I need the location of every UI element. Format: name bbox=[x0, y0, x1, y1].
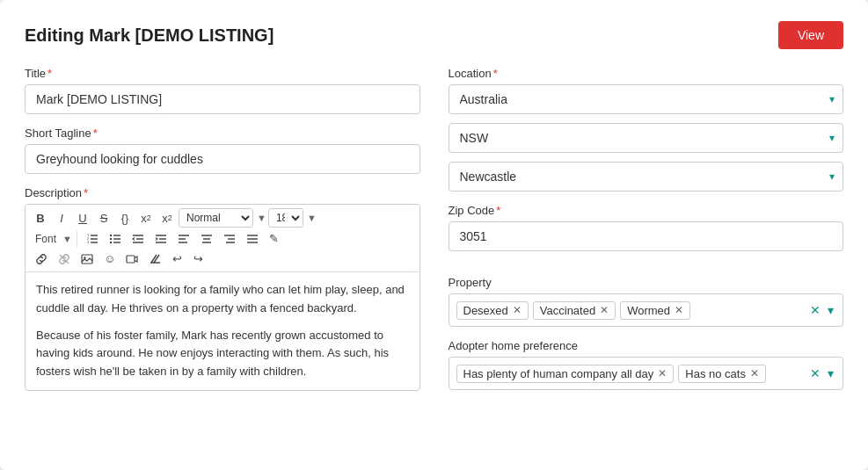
emoji-button[interactable]: ☺ bbox=[99, 249, 120, 268]
editor-toolbar: B I U S {} x2 x2 Normal Heading 1 Headin… bbox=[26, 205, 419, 272]
location-field: Location* Australia New Zealand ▾ NSW VI… bbox=[449, 67, 844, 192]
toolbar-row-1: B I U S {} x2 x2 Normal Heading 1 Headin… bbox=[31, 208, 414, 228]
tag-desexed: Desexed ✕ bbox=[456, 301, 529, 320]
remove-desexed-button[interactable]: ✕ bbox=[513, 305, 522, 315]
country-select-wrapper: Australia New Zealand ▾ bbox=[449, 84, 844, 114]
country-select[interactable]: Australia New Zealand bbox=[449, 84, 844, 114]
remove-wormed-button[interactable]: ✕ bbox=[675, 305, 683, 315]
adopter-clear-button[interactable]: ✕ bbox=[808, 365, 822, 382]
code-button[interactable]: {} bbox=[115, 209, 135, 228]
clear-format-button[interactable] bbox=[144, 250, 165, 268]
card-header: Editing Mark [DEMO LISTING] View bbox=[25, 21, 843, 49]
remove-human-company-button[interactable]: ✕ bbox=[658, 368, 667, 379]
property-tags-actions: ✕ ▾ bbox=[808, 301, 835, 319]
tag-human-company: Has plenty of human company all day ✕ bbox=[456, 365, 675, 383]
city-select-wrapper: Newcastle Sydney ▾ bbox=[449, 162, 844, 192]
unlink-button[interactable] bbox=[54, 250, 75, 268]
tagline-input[interactable] bbox=[25, 144, 420, 174]
editor-wrapper: B I U S {} x2 x2 Normal Heading 1 Headin… bbox=[25, 204, 420, 391]
view-button[interactable]: View bbox=[778, 21, 843, 49]
edit-card: Editing Mark [DEMO LISTING] View Title* … bbox=[0, 0, 868, 470]
svg-point-10 bbox=[110, 237, 112, 239]
remove-vaccinated-button[interactable]: ✕ bbox=[600, 305, 609, 315]
svg-rect-33 bbox=[127, 256, 135, 263]
toolbar-row-2: Font ▼ 123 bbox=[31, 229, 414, 248]
svg-point-32 bbox=[84, 257, 85, 258]
adopter-tags-actions: ✕ ▾ bbox=[808, 365, 835, 382]
svg-point-9 bbox=[110, 234, 112, 235]
list-unordered-button[interactable] bbox=[105, 230, 126, 248]
zipcode-field: Zip Code* bbox=[449, 204, 844, 264]
redo-button[interactable]: ↪ bbox=[188, 249, 208, 268]
content-para-1: This retired runner is looking for a fam… bbox=[36, 281, 409, 318]
adopter-label: Adopter home preference bbox=[449, 339, 844, 352]
adopter-tags-wrapper[interactable]: Has plenty of human company all day ✕ Ha… bbox=[449, 357, 844, 390]
property-tags-wrapper[interactable]: Desexed ✕ Vaccinated ✕ Wormed ✕ ✕ ▾ bbox=[449, 293, 844, 327]
description-field: Description* B I U S {} x2 x2 bbox=[25, 186, 420, 391]
video-button[interactable] bbox=[121, 250, 142, 268]
font-button[interactable]: Font bbox=[31, 230, 61, 248]
adopter-field: Adopter home preference Has plenty of hu… bbox=[449, 339, 844, 390]
divider-1 bbox=[77, 231, 77, 247]
indent-increase-button[interactable] bbox=[150, 230, 171, 248]
state-select[interactable]: NSW VIC QLD bbox=[449, 123, 844, 153]
right-column: Location* Australia New Zealand ▾ NSW VI… bbox=[449, 67, 844, 402]
superscript-button[interactable]: x2 bbox=[136, 209, 156, 228]
city-select[interactable]: Newcastle Sydney bbox=[449, 162, 844, 192]
content-para-2: Because of his foster family, Mark has r… bbox=[36, 327, 409, 381]
underline-button[interactable]: U bbox=[73, 209, 92, 228]
pencil-button[interactable]: ✎ bbox=[265, 229, 284, 248]
image-button[interactable] bbox=[77, 250, 98, 268]
page-title: Editing Mark [DEMO LISTING] bbox=[25, 25, 274, 46]
undo-button[interactable]: ↩ bbox=[167, 249, 186, 268]
property-label: Property bbox=[449, 276, 844, 289]
location-label: Location* bbox=[449, 67, 844, 80]
property-expand-button[interactable]: ▾ bbox=[826, 301, 835, 319]
left-column: Title* Short Tagline* Description* bbox=[25, 67, 420, 402]
align-center-button[interactable] bbox=[196, 230, 217, 248]
tag-no-cats: Has no cats ✕ bbox=[678, 365, 766, 383]
strikethrough-button[interactable]: S bbox=[94, 209, 113, 228]
remove-no-cats-button[interactable]: ✕ bbox=[750, 368, 759, 379]
description-label: Description* bbox=[25, 186, 420, 199]
align-right-button[interactable] bbox=[219, 230, 240, 248]
tag-wormed: Wormed ✕ bbox=[620, 301, 690, 320]
title-label: Title* bbox=[25, 67, 420, 80]
title-field: Title* bbox=[25, 67, 420, 127]
zipcode-input[interactable] bbox=[449, 221, 844, 251]
title-input[interactable] bbox=[25, 84, 420, 114]
property-field: Property Desexed ✕ Vaccinated ✕ Wormed ✕ bbox=[449, 276, 844, 327]
align-justify-button[interactable] bbox=[242, 230, 263, 248]
indent-decrease-button[interactable] bbox=[128, 230, 149, 248]
two-col-layout: Title* Short Tagline* Description* bbox=[25, 67, 843, 402]
tagline-field: Short Tagline* bbox=[25, 127, 420, 186]
zipcode-label: Zip Code* bbox=[449, 204, 844, 217]
size-select[interactable]: 18 12 14 16 24 bbox=[268, 208, 303, 228]
toolbar-row-3: ☺ ↩ ↪ bbox=[31, 249, 414, 268]
link-button[interactable] bbox=[31, 250, 52, 268]
adopter-expand-button[interactable]: ▾ bbox=[826, 365, 835, 382]
format-select[interactable]: Normal Heading 1 Heading 2 bbox=[179, 208, 253, 228]
property-clear-button[interactable]: ✕ bbox=[808, 301, 822, 319]
state-select-wrapper: NSW VIC QLD ▾ bbox=[449, 123, 844, 153]
align-left-button[interactable] bbox=[173, 230, 194, 248]
subscript-button[interactable]: x2 bbox=[157, 209, 177, 228]
tagline-label: Short Tagline* bbox=[25, 127, 420, 140]
svg-text:3: 3 bbox=[87, 240, 90, 244]
svg-point-11 bbox=[110, 241, 112, 242]
tag-vaccinated: Vaccinated ✕ bbox=[533, 301, 616, 320]
bold-button[interactable]: B bbox=[31, 209, 50, 228]
editor-content[interactable]: This retired runner is looking for a fam… bbox=[26, 272, 419, 390]
list-ordered-button[interactable]: 123 bbox=[82, 230, 103, 248]
italic-button[interactable]: I bbox=[52, 209, 71, 228]
